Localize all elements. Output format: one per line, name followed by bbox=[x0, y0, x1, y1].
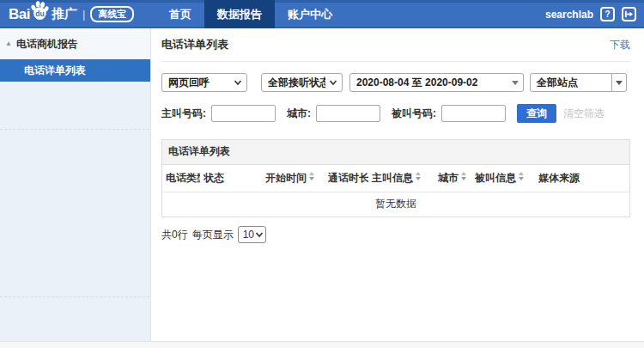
svg-text:du: du bbox=[35, 9, 44, 17]
sidebar-group-label: 电话商机报告 bbox=[16, 38, 78, 50]
chevron-down-icon bbox=[255, 230, 264, 239]
sidebar-group-phone-lead-report[interactable]: ▲电话商机报告 bbox=[0, 28, 150, 59]
sidebar-item-call-detail-list[interactable]: 电话详单列表 bbox=[0, 59, 150, 82]
col-header-callee-info[interactable]: 被叫信息 bbox=[471, 165, 535, 192]
callee-number-input[interactable] bbox=[441, 105, 506, 122]
callee-number-label: 被叫号码: bbox=[392, 107, 436, 121]
sort-icon[interactable] bbox=[309, 172, 314, 180]
call-detail-table: 电话类型 状态 开始时间 通话时长 主叫信息 城市 被叫信息 媒体来源 暂无数据 bbox=[162, 165, 629, 217]
pagination-bar: 共0行 每页显示 10 bbox=[161, 226, 630, 243]
baidu-paw-icon: du bbox=[29, 0, 50, 24]
collapse-caret-icon: ▲ bbox=[5, 40, 12, 47]
clear-filters-link[interactable]: 清空筛选 bbox=[563, 107, 605, 121]
nav-tab-data-report[interactable]: 数据报告 bbox=[204, 0, 275, 28]
page: Bai du 推广 | 离线宝 首页 数据报告 账户中心 searchlab bbox=[0, 0, 644, 348]
col-header-start-time[interactable]: 开始时间 bbox=[262, 165, 325, 192]
col-header-caller-info[interactable]: 主叫信息 bbox=[368, 165, 434, 192]
city-input[interactable] bbox=[316, 105, 380, 122]
baidu-logo[interactable]: Bai du 推广 | 离线宝 bbox=[0, 0, 151, 28]
logo-text-bai: Bai bbox=[9, 6, 30, 23]
caller-number-input[interactable] bbox=[211, 105, 276, 122]
navbar-right: searchlab ? bbox=[545, 0, 644, 28]
date-range-picker[interactable]: 2020-08-04 至 2020-09-02 bbox=[349, 73, 524, 92]
caret-down-icon bbox=[512, 81, 519, 85]
logo-text-tuiguang: 推广 bbox=[52, 6, 77, 22]
call-type-select[interactable]: 网页回呼 bbox=[161, 73, 247, 92]
caret-down-icon bbox=[616, 81, 623, 85]
panel-title: 电话详单列表 bbox=[162, 140, 629, 165]
col-header-status: 状态 bbox=[200, 165, 262, 192]
top-navbar: Bai du 推广 | 离线宝 首页 数据报告 账户中心 searchlab bbox=[0, 0, 644, 28]
date-range-value: 2020-08-04 至 2020-09-02 bbox=[356, 76, 508, 90]
logo-separator: | bbox=[82, 8, 85, 21]
page-title: 电话详单列表 bbox=[161, 37, 228, 52]
call-detail-panel: 电话详单列表 电话类型 状态 开始时间 通话时长 主叫信息 城市 被叫信息 bbox=[161, 139, 630, 217]
answer-status-value: 全部接听状态 bbox=[268, 76, 325, 90]
nav-tabs: 首页 数据报告 账户中心 bbox=[156, 0, 345, 28]
page-size-select[interactable]: 10 bbox=[238, 226, 266, 243]
sort-icon[interactable] bbox=[519, 172, 524, 180]
sidebar: ▲电话商机报告 电话详单列表 bbox=[0, 28, 151, 341]
chevron-down-icon bbox=[234, 78, 242, 87]
logout-icon[interactable] bbox=[622, 7, 636, 21]
site-value: 全部站点 bbox=[531, 76, 611, 90]
help-icon[interactable]: ? bbox=[600, 7, 615, 21]
per-page-label: 每页显示 bbox=[192, 228, 234, 242]
nav-tab-home[interactable]: 首页 bbox=[156, 0, 204, 28]
call-type-value: 网页回呼 bbox=[168, 76, 230, 90]
sort-icon[interactable] bbox=[461, 172, 466, 180]
sidebar-separator bbox=[0, 296, 149, 297]
col-header-duration[interactable]: 通话时长 bbox=[325, 165, 368, 192]
sidebar-separator bbox=[0, 129, 149, 130]
chevron-down-icon bbox=[329, 78, 337, 87]
bottom-strip bbox=[0, 341, 644, 348]
offline-bao-badge: 离线宝 bbox=[90, 6, 134, 22]
filter-row-selects: 网页回呼 全部接听状态 2020-08-04 至 2020-09-02 全部站点 bbox=[161, 73, 630, 92]
content-header: 电话详单列表 下载 bbox=[161, 28, 630, 62]
sort-icon[interactable] bbox=[416, 172, 421, 180]
page-size-value: 10 bbox=[243, 229, 254, 241]
main-content: 电话详单列表 下载 网页回呼 全部接听状态 2020-08-04 至 2020-… bbox=[152, 28, 644, 341]
col-header-city[interactable]: 城市 bbox=[434, 165, 471, 192]
empty-row: 暂无数据 bbox=[162, 192, 629, 217]
site-select-arrow-button[interactable] bbox=[611, 74, 626, 91]
username-label[interactable]: searchlab bbox=[545, 9, 593, 21]
empty-data-text: 暂无数据 bbox=[162, 192, 629, 217]
answer-status-select[interactable]: 全部接听状态 bbox=[261, 73, 343, 92]
site-select[interactable]: 全部站点 bbox=[530, 73, 627, 92]
row-count-label: 共0行 bbox=[161, 228, 188, 242]
filter-row-inputs: 主叫号码: 城市: 被叫号码: 查询 清空筛选 bbox=[161, 104, 630, 123]
city-label: 城市: bbox=[287, 107, 311, 121]
download-link[interactable]: 下载 bbox=[610, 38, 630, 52]
col-header-call-type: 电话类型 bbox=[162, 165, 200, 192]
col-header-media-source: 媒体来源 bbox=[535, 165, 629, 192]
nav-tab-account-center[interactable]: 账户中心 bbox=[275, 0, 345, 28]
caller-number-label: 主叫号码: bbox=[161, 107, 206, 121]
search-button[interactable]: 查询 bbox=[517, 104, 556, 123]
table-header-row: 电话类型 状态 开始时间 通话时长 主叫信息 城市 被叫信息 媒体来源 bbox=[162, 165, 629, 192]
